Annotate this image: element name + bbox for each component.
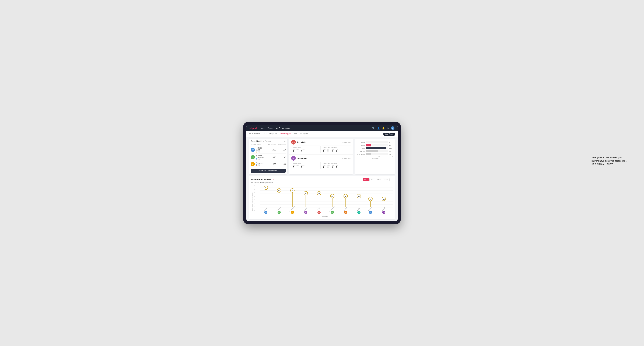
svg-text:RB: RB <box>370 212 371 213</box>
nav-link-my-performance[interactable]: My Performance <box>276 127 290 129</box>
user-icon[interactable]: 👤 <box>377 127 380 130</box>
bar-label: Birdies <box>357 145 365 146</box>
svg-text:RB: RB <box>318 212 320 213</box>
svg-text:MM: MM <box>358 212 360 213</box>
bar-value: 311 <box>389 151 394 152</box>
table-row[interactable]: RB Richard Butler 🏅 1 19/20 <box>250 146 286 154</box>
chart-footer: Total Shots <box>357 158 394 159</box>
streaks-chart-wrapper: Best Streak, Fairway Accuracy 7 6 5 4 3 … <box>251 185 393 217</box>
bar-label: Pars <box>357 148 365 149</box>
subtitle-prefix: Off The Tee <box>251 182 260 183</box>
table-row[interactable]: C Cameron... 🥉 3 17/20 103 <box>250 161 286 167</box>
team-title: Team Clippd | 14 Players <box>250 140 271 142</box>
y-axis-label: Best Streak, Fairway Accuracy <box>251 185 254 217</box>
card-header: JC Josh Coles 26 Aug 2023 <box>291 156 351 161</box>
filter-putt-button[interactable]: PUTT <box>383 178 390 181</box>
player-badge: 🏅 1 <box>256 151 266 153</box>
stat-col-ott: OTT 0 <box>323 165 326 168</box>
stat-col-practice: Practice 2 <box>301 165 306 168</box>
search-icon[interactable]: 🔍 <box>372 127 375 130</box>
filter-buttons: OTT APP ARG PUTT <box>363 178 390 181</box>
bar-row-pars: Pars 499 <box>357 147 394 149</box>
add-team-button[interactable]: Add Team <box>384 133 395 136</box>
stat-col-tournament: Tournament 8 <box>293 149 299 152</box>
svg-text:R. Butler: R. Butler <box>368 207 372 211</box>
stat-value: 0 <box>332 150 334 152</box>
y-tick-7: 7 <box>254 185 257 186</box>
bell-icon[interactable]: 🔔 <box>382 127 385 130</box>
stat-title: Total Rounds <box>293 163 319 164</box>
table-row[interactable]: EC Edward Crossman 🥈 2 18/20 <box>250 154 286 161</box>
stat-col-app: APP 0 <box>328 149 330 152</box>
filter-app-button[interactable]: APP <box>370 178 376 181</box>
th-player-name: PLAYER NAME <box>250 144 266 145</box>
card-name: Josh Coles <box>297 157 308 159</box>
svg-text:DB: DB <box>292 212 293 213</box>
bar-chart-panel: Eagles 3 Birdies 96 <box>355 139 395 174</box>
sub-nav-pgat[interactable]: PGAT Players <box>249 133 260 135</box>
streaks-svg-chart: 7x E. Ewert 6x B. McHerg 6x D. Billing <box>257 185 396 215</box>
bar-chart-area: Eagles 3 Birdies 96 <box>357 141 394 155</box>
avatar: RB <box>250 148 255 152</box>
leaderboard-table: PLAYER NAME PB SCORE PB AVG SQ RB Richar… <box>250 143 286 167</box>
avatar: C <box>250 162 255 166</box>
stat-value: 8 <box>293 150 299 152</box>
svg-text:CQ: CQ <box>383 212 385 213</box>
stat-row: Tournament 8 Practice 4 <box>293 149 319 152</box>
svg-text:M. Miller: M. Miller <box>356 207 361 211</box>
filter-ott-button[interactable]: OTT <box>363 178 369 181</box>
stat-title: Total Practice Activities <box>323 147 350 148</box>
nav-link-home[interactable]: Home <box>260 127 265 129</box>
lb-thead: PLAYER NAME PB SCORE PB AVG SQ <box>250 143 286 146</box>
subtitle-suffix: Fairway Accuracy <box>260 182 273 183</box>
view-leaderboard-button[interactable]: View Full Leaderboard <box>250 169 286 173</box>
bar-track <box>366 144 388 147</box>
bar-value: 499 <box>389 148 394 149</box>
leaderboard-panel: Team Clippd | 14 Players ✏ PLAYER NAME P… <box>249 139 287 174</box>
stat-value: 4 <box>301 150 306 152</box>
stat-value: 0 <box>323 150 326 152</box>
score-cell: 18/20 <box>266 156 276 158</box>
svg-text:6x: 6x <box>292 190 293 191</box>
card-name: Rees Britt <box>297 141 306 143</box>
badge-num: 3 <box>258 164 260 166</box>
axis-label-0: 0 <box>366 156 366 158</box>
nav-link-teams[interactable]: Teams <box>268 127 273 129</box>
bar-track <box>366 147 388 149</box>
bar-fill <box>366 144 371 147</box>
svg-text:EE: EE <box>265 212 267 213</box>
y-ticks: 7 6 5 4 3 2 1 0 <box>254 185 257 211</box>
medal-icon: 🏅 <box>256 151 258 153</box>
filter-arg-button[interactable]: ARG <box>376 178 382 181</box>
y-tick-0: 0 <box>254 210 257 211</box>
stat-label: PUTT <box>336 149 339 150</box>
stat-label: OTT <box>323 149 326 150</box>
stat-col-practice: Practice 4 <box>301 149 306 152</box>
sub-nav-all-players[interactable]: All Players <box>300 133 308 135</box>
avatar[interactable]: U <box>391 126 394 130</box>
y-tick-1: 1 <box>254 206 257 207</box>
sub-nav-hcaps[interactable]: Hcaps 1-5 <box>270 133 278 135</box>
card-header: RB Rees Britt 02 Sep 2023 <box>291 140 351 145</box>
svg-text:JC: JC <box>305 212 306 213</box>
plus-icon[interactable]: ⊕ <box>387 127 389 130</box>
stat-label: Tournament <box>293 149 299 150</box>
stat-label: PUTT <box>336 165 339 166</box>
medal-icon: 🥉 <box>256 164 258 166</box>
player-badge: 🥉 3 <box>256 164 264 166</box>
stat-group-activities: Total Practice Activities OTT 0 APP 0 <box>322 162 351 169</box>
sub-nav-team-clippd[interactable]: Team Clippd <box>280 133 290 135</box>
th-pb-avg: PB AVG SQ <box>276 144 286 145</box>
bar-fill <box>366 147 386 149</box>
streaks-chart-container: 7 6 5 4 3 2 1 0 <box>254 185 393 217</box>
sub-nav-tour[interactable]: Tour <box>293 133 296 135</box>
tablet-device: clippd Home Teams My Performance 🔍 👤 🔔 ⊕… <box>243 122 401 224</box>
svg-text:DF: DF <box>345 212 346 213</box>
stat-label: APP <box>328 149 330 150</box>
card-date: 26 Aug 2023 <box>342 158 351 159</box>
edit-icon[interactable]: ✏ <box>284 140 286 142</box>
score-cell: 19/20 <box>266 149 276 151</box>
y-tick-3: 3 <box>254 199 257 200</box>
player-name: Edward Crossman <box>256 155 266 158</box>
sub-nav-pga[interactable]: PGA <box>263 133 266 135</box>
